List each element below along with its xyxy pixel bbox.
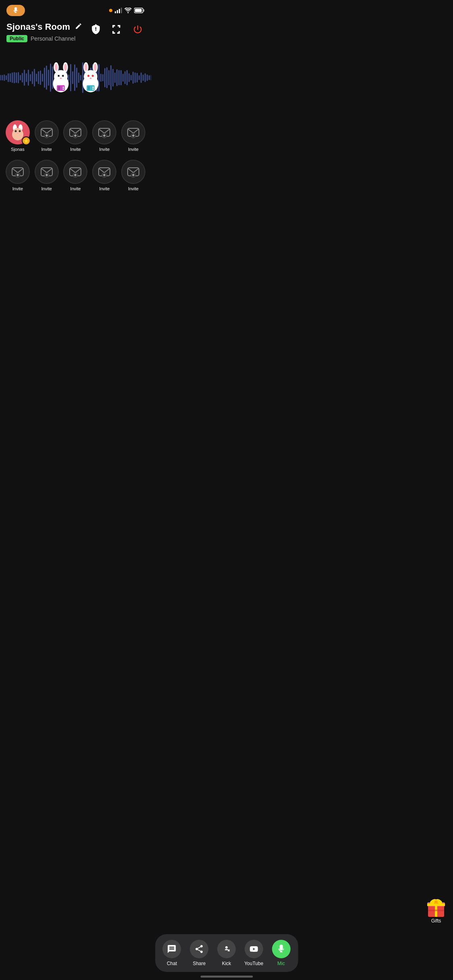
svg-point-47 [17,133,19,134]
edit-icon [75,23,82,30]
public-badge: Public [6,35,27,42]
waveform-bar [24,70,25,85]
waveform-bar [116,69,118,86]
waveform-bar [26,73,27,82]
invite-icon [40,165,53,178]
waveform-bar [139,75,140,80]
waveform-bar [110,65,112,90]
waveform-bar [12,72,13,83]
waveform-bar [20,75,21,80]
invite-icon [40,126,53,139]
waveform-bar [106,67,108,88]
mic-pill-button[interactable] [6,5,25,16]
participant-name: Sjonas [11,147,25,152]
waveform-bar [151,75,151,81]
header: Sjonas's Room Public Personal Channel [0,18,151,42]
svg-point-23 [62,89,64,90]
svg-point-35 [89,78,91,79]
waveform-bar [32,71,33,84]
participant-invite-2[interactable]: Invite [61,116,90,156]
participant-name: Invite [99,147,110,152]
participant-invite-7[interactable]: Invite [61,156,90,195]
participant-name: Invite [70,147,81,152]
waveform-bar [4,74,5,80]
waveform-section [0,45,151,110]
waveform-bar [143,74,144,81]
svg-point-19 [60,78,62,79]
participant-invite-9[interactable]: Invite [119,156,148,195]
header-actions [89,21,145,37]
status-bar [0,0,151,18]
waveform-bar [118,70,120,86]
channel-label: Personal Channel [31,35,75,42]
invite-icon [127,165,140,178]
waveform-bar [120,70,122,85]
participant-invite-3[interactable]: Invite [90,116,119,156]
participant-invite-8[interactable]: Invite [90,156,119,195]
svg-point-14 [54,70,68,83]
waveform-bar [108,70,110,85]
svg-point-12 [64,64,67,71]
waveform-bar [44,68,45,88]
waveform-bar [134,72,136,83]
mascot-overlay [47,62,105,94]
compress-icon [112,24,122,35]
waveform-bar [42,74,43,82]
participants-grid: ⭐ Sjonas Invite Invite [0,113,151,195]
edit-room-button[interactable] [73,21,84,33]
waveform-bar [122,74,124,82]
alarm-icon [91,24,101,35]
invite-icon [127,126,140,139]
waveform-bar [145,73,146,82]
waveform-bar [28,70,29,85]
svg-point-39 [92,89,94,90]
participant-name: Invite [99,186,110,191]
svg-rect-5 [135,9,142,12]
svg-rect-21 [58,86,60,90]
participant-name: Invite [41,186,52,191]
waveform-bar [141,72,142,83]
waveform-bar [36,74,37,82]
waveform-bar [38,71,39,84]
svg-rect-0 [115,11,116,13]
participant-invite-4[interactable]: Invite [119,116,148,156]
waveform-bar [124,71,126,84]
waveform-bar [16,72,17,83]
invite-icon [98,165,111,178]
svg-point-45 [14,130,17,132]
svg-point-29 [84,70,97,83]
svg-point-44 [13,128,22,136]
waveform-bar [114,72,116,83]
participant-invite-1[interactable]: Invite [32,116,61,156]
compress-button[interactable] [110,23,124,37]
power-button[interactable] [131,23,145,37]
alarm-button[interactable] [89,23,103,37]
participant-invite-5[interactable]: Invite [3,156,32,195]
participant-name: Invite [128,147,139,152]
waveform-bar [126,70,128,86]
svg-point-25 [84,64,87,71]
waveform-bar [147,74,148,80]
bunny-left [47,62,75,94]
waveform-bar [8,73,9,82]
invite-icon [11,165,24,178]
participant-name: Invite [70,186,81,191]
waveform-bar [10,73,11,82]
participant-invite-6[interactable]: Invite [32,156,61,195]
waveform-bar [0,75,1,80]
svg-rect-37 [87,86,89,90]
waveform-bar [22,73,23,83]
room-subtitle: Public Personal Channel [6,35,89,42]
bunny-right [77,62,105,94]
invite-icon [69,126,82,139]
waveform-bar [2,75,3,80]
waveform-bar [137,73,138,83]
power-icon [132,24,143,35]
waveform-bar [30,74,31,81]
waveform-bar [149,75,150,80]
participant-name: Invite [41,147,52,152]
svg-rect-2 [119,9,120,13]
waveform-bar [6,75,7,80]
participant-sjonas[interactable]: ⭐ Sjonas [3,116,32,156]
wifi-icon [124,8,132,13]
